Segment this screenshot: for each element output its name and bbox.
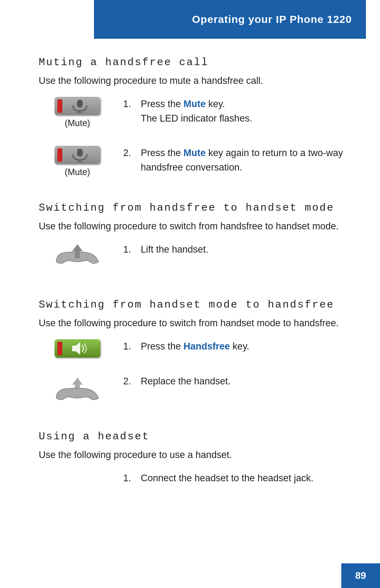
step-text-headset-1: Connect the headset to the headset jack. xyxy=(141,471,352,485)
step-num-hs2hf-2: 2. xyxy=(123,374,141,389)
section-handset-to-handsfree: Switching from handset mode to handsfree… xyxy=(39,299,352,409)
section-title-headset: Using a headset xyxy=(39,431,352,442)
svg-rect-3 xyxy=(77,149,83,156)
step-text-hs2hf-2: Replace the handset. xyxy=(141,374,352,389)
steps-col-mute1: 1. Press the Mute key. The LED indicator… xyxy=(123,97,352,132)
icon-col-mute2: (Mute) xyxy=(39,146,116,177)
step-hs2hf-2: 2. Replace the handset. xyxy=(123,374,352,389)
mic-svg-1 xyxy=(69,99,90,113)
step-num-mute-1: 1. xyxy=(123,97,141,125)
svg-rect-0 xyxy=(77,100,83,107)
icon-col-mute1: (Mute) xyxy=(39,97,116,128)
icon-col-hs2hf-2 xyxy=(39,374,116,409)
section-title-hf2hs: Switching from handsfree to handset mode xyxy=(39,202,352,214)
header-title-text: Operating your IP Phone 1220 xyxy=(192,13,352,25)
svg-marker-7 xyxy=(72,342,80,355)
icon-col-hf2hs xyxy=(39,242,116,278)
keyword-mute-2: Mute xyxy=(184,148,206,158)
steps-col-mute2: 2. Press the Mute key again to return to… xyxy=(123,146,352,181)
mic-icon-2 xyxy=(62,148,97,162)
section-desc-headset: Use the following procedure to use a han… xyxy=(39,450,352,460)
section-desc-hs2hf: Use the following procedure to switch fr… xyxy=(39,318,352,329)
handsfree-key-icon xyxy=(55,339,100,358)
section-desc-hf2hs: Use the following procedure to switch fr… xyxy=(39,221,352,232)
section-handsfree-to-handset: Switching from handsfree to handset mode… xyxy=(39,202,352,278)
mic-svg-2 xyxy=(69,148,90,162)
led-indicator-1 xyxy=(57,99,62,113)
section-muting-handsfree: Muting a handsfree call Use the followin… xyxy=(39,56,352,181)
step-text-hf2hs-1: Lift the handset. xyxy=(141,242,352,257)
instruction-mute-step1: (Mute) 1. Press the Mute key. The LED in… xyxy=(39,97,352,132)
section-desc-muting: Use the following procedure to mute a ha… xyxy=(39,75,352,86)
keyword-mute-1: Mute xyxy=(184,99,206,109)
step-text-hs2hf-1: Press the Handsfree key. xyxy=(141,339,352,354)
step-hs2hf-1: 1. Press the Handsfree key. xyxy=(123,339,352,354)
step-mute-1: 1. Press the Mute key. The LED indicator… xyxy=(123,97,352,125)
step-hf2hs-1: 1. Lift the handset. xyxy=(123,242,352,257)
step-num-headset-1: 1. xyxy=(123,471,141,485)
instruction-mute-step2: (Mute) 2. Press the Mute key again to re… xyxy=(39,146,352,181)
led-indicator-hf xyxy=(57,342,62,355)
instruction-hs2hf-step2: 2. Replace the handset. xyxy=(39,374,352,409)
section-title-hs2hf: Switching from handset mode to handsfree xyxy=(39,299,352,311)
steps-col-hs2hf-1: 1. Press the Handsfree key. xyxy=(123,339,352,360)
steps-col-hf2hs: 1. Lift the handset. xyxy=(123,242,352,263)
instruction-hf2hs-step1: 1. Lift the handset. xyxy=(39,242,352,278)
step-num-mute-2: 2. xyxy=(123,146,141,174)
instruction-hs2hf-step1: 1. Press the Handsfree key. xyxy=(39,339,352,360)
mute-key-icon-1 xyxy=(55,97,100,115)
mute-label-1: (Mute) xyxy=(65,118,90,128)
handset-down-icon xyxy=(46,374,109,409)
mute-label-2: (Mute) xyxy=(65,167,90,177)
section-using-headset: Using a headset Use the following proced… xyxy=(39,431,352,492)
keyword-handsfree: Handsfree xyxy=(184,341,230,352)
step-mute-2: 2. Press the Mute key again to return to… xyxy=(123,146,352,174)
step-headset-1: 1. Connect the headset to the headset ja… xyxy=(123,471,352,485)
mic-icon-1 xyxy=(62,99,97,113)
handset-up-icon xyxy=(46,242,109,278)
icon-col-hs2hf-1 xyxy=(39,339,116,358)
section-title-muting: Muting a handsfree call xyxy=(39,56,352,68)
content-area: Muting a handsfree call Use the followin… xyxy=(0,39,380,541)
mute-key-icon-2 xyxy=(55,146,100,164)
speaker-svg xyxy=(69,341,91,355)
step-text-mute-1: Press the Mute key. The LED indicator fl… xyxy=(141,97,352,125)
step-text-mute-2: Press the Mute key again to return to a … xyxy=(141,146,352,174)
header-bar: Operating your IP Phone 1220 xyxy=(94,0,366,39)
instruction-headset-step1: 1. Connect the headset to the headset ja… xyxy=(39,471,352,492)
steps-col-hs2hf-2: 2. Replace the handset. xyxy=(123,374,352,395)
step-num-hs2hf-1: 1. xyxy=(123,339,141,354)
speaker-icon xyxy=(62,341,97,355)
step-num-hf2hs-1: 1. xyxy=(123,242,141,257)
page-footer: 89 xyxy=(341,563,380,588)
steps-col-headset: 1. Connect the headset to the headset ja… xyxy=(123,471,352,492)
page-number: 89 xyxy=(355,570,366,581)
led-indicator-2 xyxy=(57,148,62,162)
header-title: Operating your IP Phone 1220 xyxy=(192,13,352,25)
